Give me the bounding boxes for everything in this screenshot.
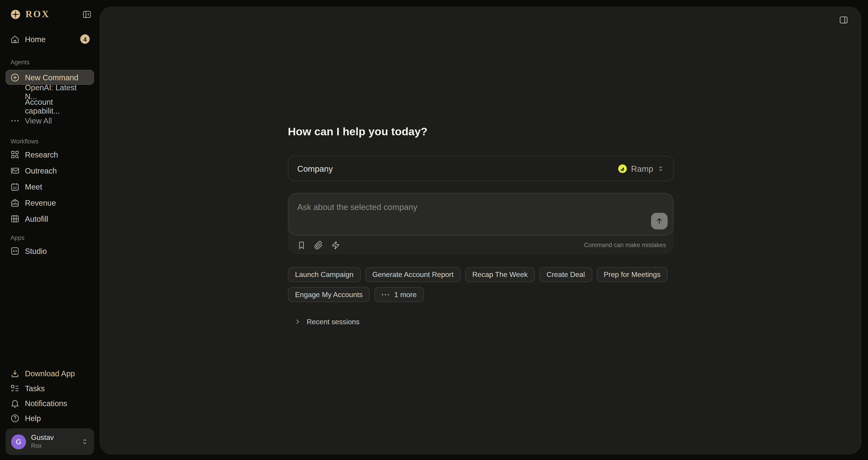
bell-icon <box>10 398 20 408</box>
sidebar-item-label: Meet <box>25 182 42 191</box>
recent-sessions-toggle[interactable]: Recent sessions <box>294 317 674 326</box>
paperclip-icon[interactable] <box>314 240 323 250</box>
panel-right-icon[interactable] <box>839 15 848 25</box>
chip-generate-account-report[interactable]: Generate Account Report <box>365 267 461 282</box>
logo-row: ROX <box>10 8 94 21</box>
bookmark-icon[interactable] <box>297 240 306 250</box>
rox-logo-icon <box>10 9 21 20</box>
chip-create-deal[interactable]: Create Deal <box>539 267 592 282</box>
composer-tools <box>297 240 340 250</box>
chevrons-up-down-icon <box>81 438 89 445</box>
mail-icon <box>10 165 20 175</box>
sidebar-item-tasks[interactable]: Tasks <box>5 381 94 396</box>
chevrons-up-down-icon <box>657 165 664 172</box>
chip-prep-for-meetings[interactable]: Prep for Meetings <box>596 267 668 282</box>
sidebar-item-meet[interactable]: Meet <box>5 178 94 195</box>
sidebar-item-label: Account capabilit... <box>25 97 90 115</box>
sidebar-item-label: Tasks <box>25 384 45 393</box>
collapse-sidebar-icon[interactable] <box>82 9 92 20</box>
company-selector-label: Company <box>297 164 333 173</box>
main-content: How can I help you today? Company Ramp <box>100 6 862 454</box>
home-icon <box>10 34 20 44</box>
user-meta: Gustav Rox <box>31 434 81 449</box>
disclaimer-text: Command can make mistakes <box>584 242 666 248</box>
section-title-agents: Agents <box>11 59 94 65</box>
ramp-logo-icon <box>618 164 627 173</box>
sidebar-item-label: Research <box>25 150 58 159</box>
sidebar-item-label: New Command <box>25 73 78 82</box>
center-column: How can I help you today? Company Ramp <box>288 7 674 326</box>
sidebar-item-session-account[interactable]: Account capabilit... <box>5 99 94 114</box>
ellipsis-icon: ··· <box>381 290 391 299</box>
code-icon <box>10 246 20 256</box>
recent-sessions-label: Recent sessions <box>307 317 360 326</box>
sidebar-item-help[interactable]: Help <box>5 411 94 426</box>
ellipsis-icon <box>10 116 20 126</box>
company-selector[interactable]: Company Ramp <box>288 156 674 181</box>
sidebar-item-autofill[interactable]: Autofill <box>5 211 94 227</box>
sidebar-item-revenue[interactable]: Revenue <box>5 195 94 211</box>
sidebar-item-research[interactable]: Research <box>5 146 94 163</box>
table-icon <box>10 213 20 224</box>
sidebar-item-label: Outreach <box>25 166 57 175</box>
briefcase-icon <box>10 198 20 207</box>
circle-plus-icon <box>10 73 20 82</box>
sidebar-item-label: View All <box>25 116 52 125</box>
app-window: ROX Home 4 Agents New Command OpenAI <box>0 0 868 460</box>
company-selector-value: Ramp <box>631 164 653 173</box>
send-button[interactable] <box>651 213 668 229</box>
sidebar-item-new-command[interactable]: New Command <box>5 70 94 85</box>
page-title: How can I help you today? <box>288 125 674 138</box>
composer-footer: Command can make mistakes <box>288 235 674 254</box>
suggestion-chips-row-2: Engage My Accounts ···1 more <box>288 287 674 302</box>
sidebar-item-outreach[interactable]: Outreach <box>5 163 94 178</box>
sidebar-item-label: Autofill <box>25 214 48 223</box>
section-title-workflows: Workflows <box>11 138 94 145</box>
sidebar-item-label: Studio <box>25 247 47 255</box>
sidebar-item-label: Help <box>25 413 41 423</box>
sidebar-item-session-openai[interactable]: OpenAI: Latest N... <box>5 85 94 99</box>
sidebar-item-label: Home <box>25 35 45 44</box>
zap-icon[interactable] <box>331 240 340 250</box>
sidebar-item-home[interactable]: Home 4 <box>5 32 94 47</box>
message-input[interactable] <box>288 194 673 235</box>
chip-launch-campaign[interactable]: Launch Campaign <box>288 267 361 282</box>
sidebar-item-studio[interactable]: Studio <box>5 243 94 259</box>
arrow-up-icon <box>655 217 664 226</box>
user-menu[interactable]: G Gustav Rox <box>5 428 94 455</box>
user-org: Rox <box>31 442 81 449</box>
sidebar-item-label: Revenue <box>25 198 56 207</box>
user-name: Gustav <box>31 434 81 442</box>
sidebar-footer: Download App Tasks Notifications <box>5 366 94 455</box>
sidebar-item-view-all[interactable]: View All <box>5 114 94 128</box>
composer: Command can make mistakes <box>288 193 674 254</box>
calendar-icon <box>10 181 20 192</box>
chip-engage-my-accounts[interactable]: Engage My Accounts <box>288 287 370 302</box>
section-title-apps: Apps <box>11 234 94 241</box>
composer-input-area <box>288 193 674 235</box>
sidebar-item-label: Notifications <box>25 399 67 407</box>
chip-recap-the-week[interactable]: Recap The Week <box>465 267 535 282</box>
help-icon <box>10 413 20 423</box>
sidebar-item-download-app[interactable]: Download App <box>5 366 94 381</box>
sidebar-item-notifications[interactable]: Notifications <box>5 396 94 411</box>
home-count-badge: 4 <box>80 34 90 44</box>
chip-more-label: 1 more <box>394 290 416 299</box>
company-selector-value-group: Ramp <box>618 164 664 173</box>
avatar: G <box>11 434 26 449</box>
chevron-right-icon <box>294 318 301 325</box>
checklist-icon <box>10 383 20 393</box>
sidebar-item-label: Download App <box>25 369 75 378</box>
suggestion-chips-row-1: Launch Campaign Generate Account Report … <box>288 267 674 282</box>
chip-more[interactable]: ···1 more <box>374 287 424 302</box>
download-icon <box>10 368 20 378</box>
sidebar: ROX Home 4 Agents New Command OpenAI <box>0 0 100 460</box>
grid-search-icon <box>10 149 20 159</box>
logo-text: ROX <box>26 9 82 20</box>
